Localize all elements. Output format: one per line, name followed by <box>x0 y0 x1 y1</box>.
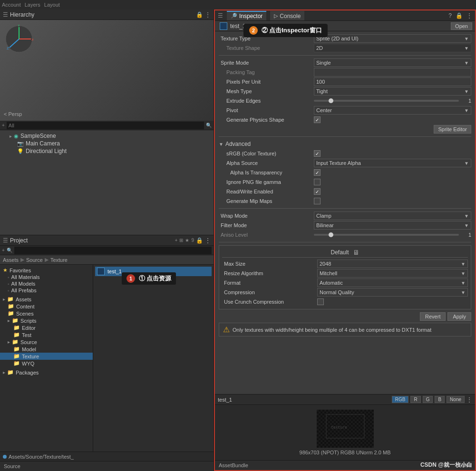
sprite-mode-dropdown[interactable]: Single ▼ <box>314 58 471 67</box>
breadcrumb-arrow1: ▶ <box>20 257 24 263</box>
open-button[interactable]: Open <box>451 22 472 30</box>
pixels-per-unit-input[interactable] <box>314 77 471 86</box>
preview-area: test_1 RGB R G B None ⋮ <box>215 394 475 470</box>
max-size-dropdown[interactable]: 2048 ▼ <box>317 260 468 268</box>
editor-item[interactable]: 📁 Editor <box>0 324 93 331</box>
generate-physics-checkbox[interactable] <box>314 116 321 123</box>
breadcrumb-assets-text[interactable]: Assets <box>3 257 19 263</box>
all-models-item[interactable]: ◦ All Models <box>0 280 93 287</box>
aniso-slider[interactable]: 1 <box>314 232 471 238</box>
model-item[interactable]: 📁 Model <box>0 346 93 353</box>
read-write-checkbox[interactable] <box>314 188 321 195</box>
hierarchy-search-input[interactable] <box>7 122 204 129</box>
project-add-icon[interactable]: + <box>175 238 178 243</box>
test-item[interactable]: 📁 Test <box>0 331 93 338</box>
texture-shape-arrow-icon: ▼ <box>464 46 469 51</box>
assets-group[interactable]: ▸ 📁 Assets <box>0 296 93 303</box>
all-materials-item[interactable]: ◦ All Materials <box>0 274 93 280</box>
alpha-source-dropdown[interactable]: Input Texture Alpha ▼ <box>314 159 471 167</box>
apply-button[interactable]: Apply <box>447 312 471 321</box>
project-left-panel: ★ Favorites ◦ All Materials ◦ All Models <box>0 265 93 452</box>
path-text: Assets/Source/Texture/test_ <box>9 454 74 460</box>
hierarchy-scene-item[interactable]: ▸ ◉ SampleScene <box>0 132 214 140</box>
project-star-icon[interactable]: ★ <box>185 238 189 243</box>
project-add-btn[interactable]: + <box>2 248 5 253</box>
project-filter-icon[interactable]: ⊞ <box>179 238 183 243</box>
scene-arrow-icon: ▸ <box>10 134 12 139</box>
warning-icon: ⚠ <box>223 325 230 334</box>
texture-shape-dropdown[interactable]: 2D ▼ <box>314 44 471 52</box>
extrude-edges-slider[interactable]: 1 <box>314 98 471 104</box>
srgb-checkbox[interactable] <box>314 150 321 157</box>
compression-dropdown[interactable]: Normal Quality ▼ <box>317 288 468 297</box>
texture-item[interactable]: 📁 Texture <box>0 353 93 360</box>
crunch-checkbox[interactable] <box>317 298 324 305</box>
project-lock-icon[interactable]: 🔒 <box>196 237 203 244</box>
format-dropdown[interactable]: Automatic ▼ <box>317 279 468 287</box>
crunch-row: Use Crunch Compression <box>222 298 468 306</box>
advanced-section-header[interactable]: ▼ Advanced <box>219 140 471 148</box>
breadcrumb-texture[interactable]: Texture <box>50 257 68 263</box>
hierarchy-lock-icon[interactable]: 🔒 <box>196 11 203 18</box>
preview-rgb-btn[interactable]: RGB <box>392 396 409 403</box>
project-count: 9 <box>191 238 194 243</box>
inspector-more-icon[interactable]: ⋮ <box>466 12 472 19</box>
tab-inspector[interactable]: 🔎 Inspector <box>227 11 266 20</box>
sprite-editor-button[interactable]: Sprite Editor <box>434 125 471 134</box>
layout-menu[interactable]: Layout <box>44 2 60 8</box>
texture-type-dropdown[interactable]: Sprite (2D and UI) ▼ <box>314 34 471 43</box>
favorites-group[interactable]: ★ Favorites <box>0 267 93 274</box>
generate-mip-row: Generate Mip Maps <box>219 197 471 205</box>
account-menu[interactable]: Account <box>2 2 21 8</box>
preview-g-btn[interactable]: G <box>423 396 433 403</box>
preview-b-btn[interactable]: B <box>435 396 445 403</box>
mesh-type-value: Tight <box>316 88 328 94</box>
project-search-input[interactable] <box>14 247 212 254</box>
wrap-mode-dropdown[interactable]: Clamp ▼ <box>314 211 471 220</box>
format-row: Format Automatic ▼ <box>222 279 468 287</box>
inspector-help-icon[interactable]: ? <box>448 12 452 19</box>
all-prefabs-item[interactable]: ◦ All Prefabs <box>0 287 93 294</box>
packages-group[interactable]: ▸ 📁 Packages <box>0 369 93 376</box>
hierarchy-light-item[interactable]: 💡 Directional Light <box>0 147 214 155</box>
mesh-type-dropdown[interactable]: Tight ▼ <box>314 87 471 96</box>
alpha-transparency-checkbox[interactable] <box>314 169 321 176</box>
content-item[interactable]: 📁 Content <box>0 303 93 310</box>
mesh-type-label: Mesh Type <box>219 88 314 94</box>
hierarchy-camera-item[interactable]: 📷 Main Camera <box>0 140 214 147</box>
packages-arrow-icon: ▸ <box>3 370 5 375</box>
packages-folder-icon: 📁 <box>7 369 14 375</box>
tab-console[interactable]: ▷ Console <box>270 11 304 20</box>
hierarchy-more-icon[interactable]: ⋮ <box>205 11 211 18</box>
pivot-dropdown[interactable]: Center ▼ <box>314 106 471 115</box>
preview-none-btn[interactable]: None <box>447 396 465 403</box>
wyq-item[interactable]: 📁 WYQ <box>0 360 93 367</box>
preview-more-icon[interactable]: ⋮ <box>466 396 472 403</box>
scenes-folder-icon: 📁 <box>8 310 14 317</box>
layers-menu[interactable]: Layers <box>25 2 40 8</box>
source-item[interactable]: ▸ 📁 Source <box>0 338 93 346</box>
generate-mip-checkbox[interactable] <box>314 198 321 204</box>
preview-r-btn[interactable]: R <box>410 396 420 403</box>
model-folder-icon: 📁 <box>13 346 20 352</box>
scripts-folder-icon: 📁 <box>12 317 19 324</box>
asset-name: test_1 <box>107 269 122 274</box>
project-more-icon[interactable]: ⋮ <box>205 237 211 244</box>
pivot-value: Center <box>316 107 332 113</box>
action-buttons: Revert Apply <box>219 312 471 321</box>
source-label-bottom: Source <box>4 463 20 469</box>
filter-mode-dropdown[interactable]: Bilinear ▼ <box>314 221 471 230</box>
path-dot-icon <box>3 455 7 459</box>
scripts-item[interactable]: ▸ 📁 Scripts <box>0 317 93 324</box>
scenes-item[interactable]: 📁 Scenes <box>0 310 93 317</box>
compression-row: Compression Normal Quality ▼ <box>222 288 468 297</box>
ignore-png-checkbox[interactable] <box>314 179 321 185</box>
scripts-arrow-icon: ▸ <box>8 318 10 323</box>
resize-dropdown[interactable]: Mitchell ▼ <box>317 269 468 278</box>
breadcrumb-source[interactable]: Source <box>26 257 43 263</box>
project-panel: ☰ Project + ⊞ ★ 9 🔒 ⋮ + 🔍 AssetBundle A <box>0 235 214 471</box>
packing-tag-input[interactable] <box>314 68 471 77</box>
pivot-label: Pivot <box>219 107 314 113</box>
revert-button[interactable]: Revert <box>420 312 446 321</box>
inspector-lock-icon[interactable]: 🔒 <box>456 12 463 19</box>
